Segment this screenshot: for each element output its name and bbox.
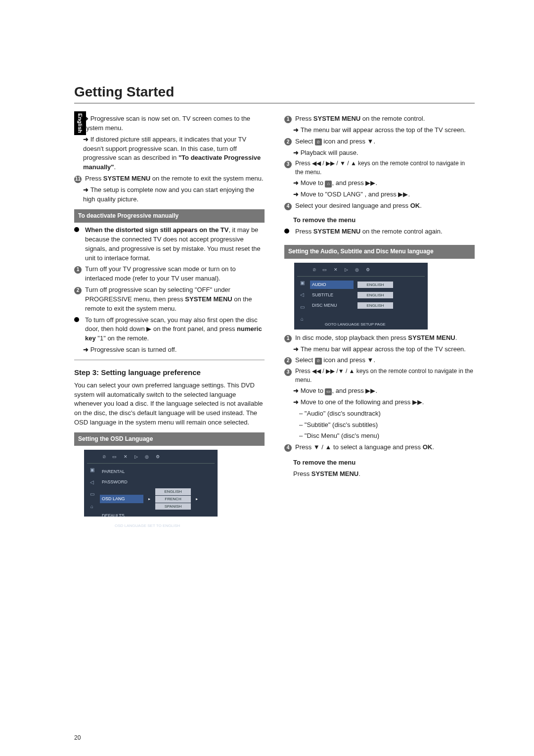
text: Select <box>295 138 315 145</box>
remove-menu-heading: To remove the menu <box>293 216 475 225</box>
substep-1: 1 Turn off your TV progressive scan mode… <box>74 265 265 284</box>
opt-subtitle: – "Subtitle" (disc's subtitles) <box>299 421 475 430</box>
note-move-one-of: Move to one of the following and press ▶… <box>293 398 475 407</box>
bullet-dot <box>74 227 79 232</box>
text: Move to <box>301 179 325 187</box>
text-bold: SYSTEM MENU <box>313 115 360 122</box>
step-number-3: 3 <box>284 369 292 376</box>
text: Select your desired language and press <box>295 202 410 209</box>
r-step-4: 4 Select your desired language and press… <box>284 201 475 211</box>
step-number-11: 11 <box>74 176 82 183</box>
step-number-4: 4 <box>284 203 292 210</box>
note-move-icon: Move to ⌂, and press ▶▶. <box>293 179 475 188</box>
osd2-side-icons: ▣◁▭⌂ <box>297 280 307 328</box>
step-number-2: 2 <box>284 138 292 145</box>
remove-menu-step: Press SYSTEM MENU on the remote control … <box>284 227 475 236</box>
note-scan-off: Progressive scan is turned off. <box>83 345 265 355</box>
text: To turn off progressive scan, you may al… <box>85 316 258 333</box>
text: Press <box>295 115 313 122</box>
settings-icon: ⎚ <box>315 139 322 145</box>
text: . <box>432 443 434 451</box>
step-number-3: 3 <box>284 161 292 168</box>
bullet-dot <box>284 229 289 234</box>
text-bold: SYSTEM MENU <box>185 295 232 303</box>
osd1-rows: PARENTAL PASSWORD OSD LANG ▸ ENGLISH FRE… <box>100 467 215 529</box>
r-step-2: 2 Select ⎚ icon and press ▼. <box>284 137 475 146</box>
note-menu-bar: The menu bar will appear across the top … <box>293 126 475 135</box>
osd-row-selected: OSD LANG ▸ ENGLISH FRENCH SPANISH ▸ <box>100 487 215 511</box>
osd-option: SPANISH <box>155 503 191 510</box>
step-11: 11 Press SYSTEM MENU on the remote to ex… <box>74 174 265 184</box>
osd-row-label: PASSWORD <box>100 478 143 486</box>
text: . <box>455 334 457 341</box>
substep-2: 2 Turn off progressive scan by selecting… <box>74 285 265 314</box>
r-step-3: 3 Press ◀◀ / ▶▶ / ▼ / ▲ keys on the remo… <box>284 159 475 177</box>
text: Press <box>295 228 313 235</box>
note-move-osdlang: Move to "OSD LANG" , and press ▶▶. <box>293 190 475 199</box>
osd-row-label: DEFAULTS <box>100 512 143 520</box>
osd-option: FRENCH <box>155 496 191 503</box>
text-bold: SYSTEM MENU <box>313 228 360 235</box>
settings-icon: ⎚ <box>315 358 322 365</box>
osd-screenshot-1: ⎚ ▭ ✕ ▷ ◎ ⚙ ▣◁▭⌂ PARENTAL PASSWORD O <box>84 450 218 517</box>
bullet-dot <box>74 317 79 322</box>
text: Select <box>295 356 315 364</box>
osd-icon: ◎ <box>145 454 149 460</box>
text: . <box>114 163 116 171</box>
divider <box>74 360 265 360</box>
osd-screenshot-2: ⎚▭✕▷◎⚙ ▣◁▭⌂ AUDIOENGLISH SUBTITLEENGLISH… <box>294 263 428 330</box>
title-rule <box>74 103 475 103</box>
text-bold: When the distorted sign still appears on… <box>85 226 228 234</box>
note-progressive-set: Progressive scan is now set on. TV scree… <box>83 114 265 133</box>
tri-icon: ▸ <box>195 496 199 502</box>
text: on the remote control. <box>360 115 425 122</box>
osd-option: ENGLISH <box>155 488 191 495</box>
note-playback-pause: Playback will pause. <box>293 148 475 158</box>
remove-menu-step-2: Press SYSTEM MENU. <box>293 470 475 479</box>
text: on the remote to exit the system menu. <box>150 175 263 182</box>
osd2-rows: AUDIOENGLISH SUBTITLEENGLISH DISC MENUEN… <box>310 280 425 328</box>
step-number-4: 4 <box>284 444 292 452</box>
note-menu-bar-2: The menu bar will appear across the top … <box>293 345 475 354</box>
language-tab: English <box>74 111 86 135</box>
text: Press ◀◀ / ▶▶ /▼ / ▲ keys on the remote … <box>295 367 475 384</box>
opt-discmenu: – "Disc Menu" (disc's menu) <box>299 431 475 441</box>
page-title: Getting Started <box>74 84 475 100</box>
t-step-3: 3 Press ◀◀ / ▶▶ /▼ / ▲ keys on the remot… <box>284 367 475 384</box>
text: , and press ▶▶. <box>332 387 377 394</box>
note-distorted: If distored picture still appears, it in… <box>83 135 265 172</box>
note-setup-complete: The setup is complete now and you can st… <box>83 186 265 204</box>
text: Turn off your TV progressive scan mode o… <box>85 265 265 284</box>
osd1-top-icons: ⎚ ▭ ✕ ▷ ◎ ⚙ <box>87 453 215 464</box>
left-column: Progressive scan is now set on. TV scree… <box>74 112 265 520</box>
step-number-1: 1 <box>284 335 292 342</box>
text: , and press ▶▶. <box>332 179 377 187</box>
osd-icon: ✕ <box>124 454 128 460</box>
osd-icon: ⚙ <box>156 454 160 460</box>
osd-row-label: OSD LANG <box>100 495 143 503</box>
remove-menu-heading-2: To remove the menu <box>293 458 475 468</box>
osd-icon: ▭ <box>112 454 117 460</box>
r-step-1: 1 Press SYSTEM MENU on the remote contro… <box>284 114 475 124</box>
text: on the remote control again. <box>360 228 443 235</box>
bar-audio-subtitle: Setting the Audio, Subtitle and Disc Men… <box>284 245 475 258</box>
bar-deactivate-progressive: To deactivate Progressive manually <box>74 209 265 223</box>
opt-audio: – "Audio" (disc's soundtrack) <box>299 409 475 419</box>
step-number-1: 1 <box>284 116 292 123</box>
osd-row-label: SUBTITLE <box>310 291 354 299</box>
right-column: 1 Press SYSTEM MENU on the remote contro… <box>284 112 475 520</box>
osd-icon: ⎚ <box>103 454 105 460</box>
osd-row-label: PARENTAL <box>100 468 143 476</box>
text: In disc mode, stop playback then press <box>295 334 408 341</box>
text: icon and press ▼. <box>322 138 375 145</box>
osd-status: OSD LANGUAGE SET TO ENGLISH <box>100 521 215 529</box>
step-number-2: 2 <box>284 357 292 365</box>
lang-icon: ▭ <box>325 388 332 395</box>
text: Press ◀◀ / ▶▶ / ▼ / ▲ keys on the remote… <box>295 159 475 177</box>
osd-icon: ▷ <box>134 454 138 460</box>
step3-desc: You can select your own preferred langua… <box>74 381 265 427</box>
substep-alt: To turn off progressive scan, you may al… <box>74 316 265 344</box>
text-bold: SYSTEM MENU <box>408 334 455 341</box>
osd-row-label: AUDIO <box>310 281 354 289</box>
text: Move to <box>301 387 325 394</box>
